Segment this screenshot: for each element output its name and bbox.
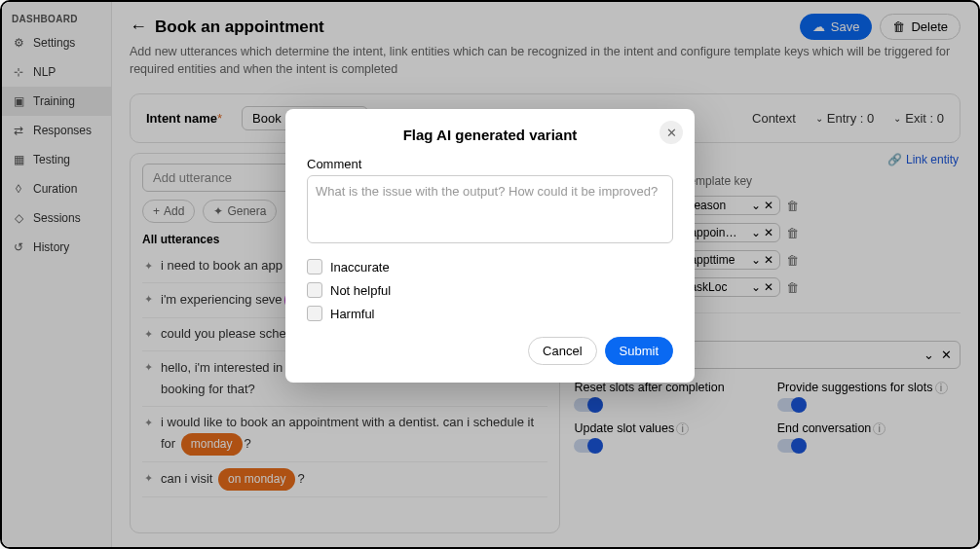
comment-textarea[interactable]: [307, 175, 673, 243]
check-nothelpful[interactable]: Not helpful: [307, 282, 673, 298]
checkbox-icon: [307, 282, 322, 298]
modal-title: Flag AI generated variant: [307, 127, 673, 143]
flag-modal: ✕ Flag AI generated variant Comment Inac…: [285, 109, 695, 383]
checkbox-icon: [307, 306, 322, 321]
comment-label: Comment: [307, 157, 673, 171]
cancel-button[interactable]: Cancel: [528, 337, 596, 365]
check-harmful[interactable]: Harmful: [307, 306, 673, 321]
modal-overlay: ✕ Flag AI generated variant Comment Inac…: [2, 2, 978, 547]
checkbox-icon: [307, 259, 322, 274]
check-inaccurate[interactable]: Inaccurate: [307, 259, 673, 274]
close-icon: ✕: [666, 126, 677, 140]
submit-button[interactable]: Submit: [605, 337, 673, 365]
close-button[interactable]: ✕: [660, 121, 683, 144]
